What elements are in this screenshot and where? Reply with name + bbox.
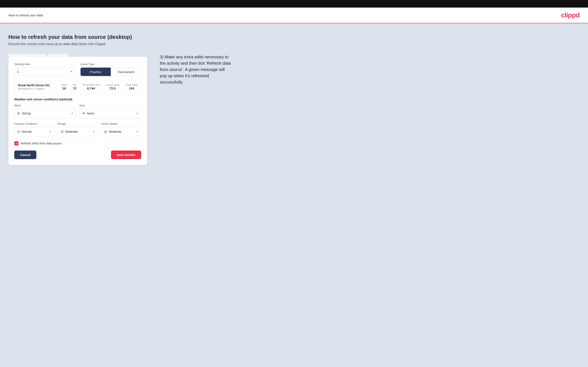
game-type-group: Game Type Practice Tournament	[80, 63, 141, 76]
course-rating-value: 72.5	[110, 86, 116, 90]
par-stat: Par 72	[73, 83, 77, 90]
game-type-toggle: Practice Tournament	[80, 67, 141, 76]
page-subtitle: Ensure the correct and most up to date d…	[9, 42, 579, 46]
yards-value: 6,744	[87, 86, 95, 90]
starting-hole-game-type-row: Starting Hole 1 10 ▼ Game Type Practi	[14, 63, 141, 76]
content-area: Starting Hole 1 10 ▼ Game Type Practi	[9, 54, 579, 165]
starting-hole-label: Starting Hole	[14, 63, 75, 66]
green-speed-value: Moderate	[109, 130, 136, 133]
course-name: Royal North Devon GC,	[18, 83, 51, 87]
rough-group: Rough ⊘ Moderate ▼	[58, 122, 98, 136]
wind-arrow-icon: ▼	[71, 112, 73, 115]
edit-form-card: Starting Hole 1 10 ▼ Game Type Practi	[9, 57, 147, 165]
green-speed-arrow-icon: ▼	[136, 130, 138, 133]
stub-tab-1	[9, 54, 46, 57]
wind-icon: ≋	[17, 111, 20, 116]
starting-hole-select-wrapper: 1 10 ▼	[14, 67, 75, 75]
course-stats: Holes 18 Par 72 Yards/White (M)) 6,744	[61, 83, 138, 90]
rain-select[interactable]: ✦ None ▼	[79, 109, 141, 118]
wind-label: Wind	[14, 104, 76, 107]
slope-rating-value: 134	[129, 86, 134, 90]
wind-rain-grid: Wind ≋ Strong ▼ Rain ✦ None ▼	[14, 104, 141, 118]
refresh-checkbox[interactable]	[14, 141, 18, 145]
rough-value: Moderate	[65, 130, 93, 133]
slope-rating-label: Slope rating	[125, 83, 138, 86]
rough-label: Rough	[58, 122, 98, 125]
green-speed-label: Green Speed	[101, 122, 141, 125]
green-speed-select[interactable]: ◎ Moderate ▼	[101, 127, 141, 136]
green-speed-icon: ◎	[104, 129, 107, 134]
rain-arrow-icon: ▼	[136, 112, 138, 115]
starting-hole-select[interactable]: 1 10	[14, 67, 75, 75]
course-details: Royal North Devon GC, Westward Ho!, Engl…	[18, 83, 51, 90]
rough-select[interactable]: ⊘ Moderate ▼	[58, 127, 98, 136]
button-row: Cancel Save Details	[14, 150, 141, 159]
fairway-arrow-icon: ▼	[49, 130, 52, 133]
stub-tab-2	[48, 54, 69, 57]
rain-icon: ✦	[82, 111, 85, 116]
starting-hole-group: Starting Hole 1 10 ▼	[14, 63, 75, 76]
conditions-section-title: Weather and course conditions (optional)	[14, 98, 141, 101]
fairway-select[interactable]: ⊙ Normal ▼	[14, 127, 54, 136]
rough-icon: ⊘	[61, 129, 64, 134]
page-header: How to refresh your data clippd	[0, 8, 588, 23]
wind-group: Wind ≋ Strong ▼	[14, 104, 76, 118]
practice-toggle-btn[interactable]: Practice	[80, 68, 111, 76]
fairway-group: Fairway Conditions ⊙ Normal ▼	[14, 122, 54, 136]
rain-group: Rain ✦ None ▼	[79, 104, 141, 118]
cancel-button[interactable]: Cancel	[14, 150, 36, 159]
card-top-stub	[9, 54, 147, 57]
instruction-text: 3) Make any extra edits necessary to the…	[160, 54, 231, 85]
yards-label: Yards/White (M))	[82, 83, 100, 86]
card-wrapper: Starting Hole 1 10 ▼ Game Type Practi	[9, 54, 147, 165]
fairway-rough-green-grid: Fairway Conditions ⊙ Normal ▼ Rough ⊘ Mo…	[14, 122, 141, 136]
course-info-row: Royal North Devon GC, Westward Ho!, Engl…	[14, 80, 141, 93]
fairway-value: Normal	[22, 130, 49, 133]
page-title: How to refresh your data from source (de…	[9, 34, 579, 40]
main-content: How to refresh your data from source (de…	[0, 23, 588, 367]
tournament-toggle-btn[interactable]: Tournament	[111, 68, 141, 76]
holes-stat: Holes 18	[61, 83, 67, 90]
par-value: 72	[73, 86, 77, 90]
fairway-label: Fairway Conditions	[14, 122, 54, 125]
yards-stat: Yards/White (M)) 6,744	[82, 83, 100, 90]
clippd-logo: clippd	[561, 11, 579, 19]
refresh-label: Refresh shots from data source	[21, 142, 62, 145]
rain-label: Rain	[79, 104, 141, 107]
rain-value: None	[87, 112, 136, 115]
wind-select[interactable]: ≋ Strong ▼	[14, 109, 76, 118]
course-rating-stat: Course rating 72.5	[105, 83, 119, 90]
course-rating-label: Course rating	[105, 83, 119, 86]
holes-value: 18	[62, 86, 66, 90]
refresh-checkbox-row: Refresh shots from data source	[14, 141, 141, 145]
course-location: Westward Ho!, England	[18, 87, 51, 90]
holes-label: Holes	[61, 83, 67, 86]
green-speed-group: Green Speed ◎ Moderate ▼	[101, 122, 141, 136]
wind-value: Strong	[22, 112, 71, 115]
slope-rating-stat: Slope rating 134	[125, 83, 138, 90]
save-details-button[interactable]: Save Details	[111, 150, 141, 159]
header-title: How to refresh your data	[9, 13, 43, 17]
game-type-label: Game Type	[80, 63, 141, 66]
rough-arrow-icon: ▼	[93, 130, 95, 133]
fairway-icon: ⊙	[17, 129, 20, 134]
par-label: Par	[73, 83, 77, 86]
